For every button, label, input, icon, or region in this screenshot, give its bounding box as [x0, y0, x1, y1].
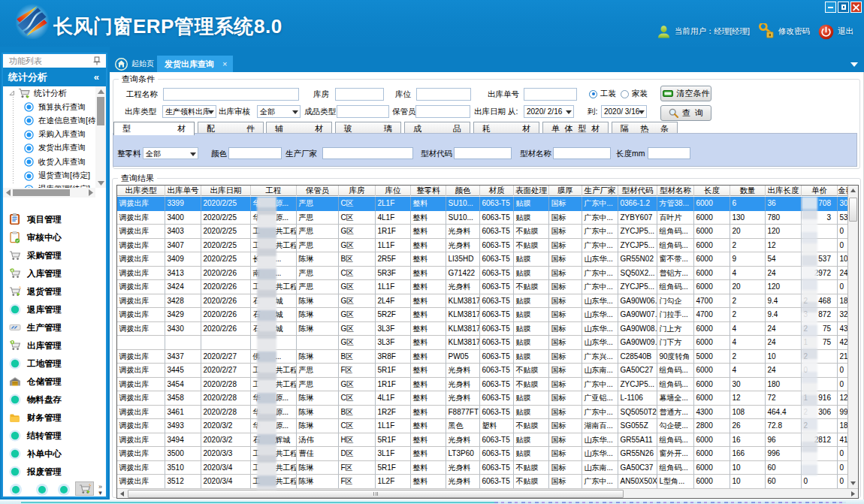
date-to-select[interactable]: 2020/ 3/16: [601, 105, 647, 118]
table-row[interactable]: 调拨出库35102020/3/4工共工程陈琳F区5R1F整料光身料6063-T5…: [117, 461, 850, 475]
column-header-film[interactable]: 膜厚: [549, 186, 582, 196]
table-row[interactable]: 调拨出库35002020/3/3工共工程曹佳D区3L1F整料LT3P606063…: [117, 447, 850, 461]
scroll-left-icon[interactable]: [4, 189, 12, 197]
scroll-right-icon[interactable]: [848, 489, 858, 498]
nav-dot-icon[interactable]: [12, 486, 20, 493]
table-row[interactable]: 调拨出库34942020/3/2石辉城汤伟H区5R1F整料光身料6063-T5贴…: [117, 433, 850, 448]
date-from-select[interactable]: 2020/ 2/16: [524, 105, 574, 118]
column-header-wh[interactable]: 库房: [339, 186, 376, 196]
table-row[interactable]: 调拨出库34092020/2/25长...陈琳B区2R5F整料LI35HD606…: [117, 252, 850, 267]
whole-part-select[interactable]: 全部: [143, 147, 198, 159]
column-header-date[interactable]: 出库日期: [201, 186, 251, 196]
column-header-keeper[interactable]: 保管员: [297, 186, 339, 196]
table-row[interactable]: 调拨出库34282020/2/26石城陈琳G区2L4F整料KLM38176063…: [117, 294, 850, 309]
dropdown-arrow-icon[interactable]: [292, 110, 298, 114]
grid-hscroll-thumb[interactable]: [128, 490, 624, 498]
dropdown-arrow-icon[interactable]: [566, 110, 572, 114]
tablist-dropdown-icon[interactable]: [850, 62, 858, 67]
order-no-input[interactable]: [524, 88, 577, 101]
sidebar-item-12[interactable]: 财务管理: [3, 409, 106, 427]
table-row[interactable]: 调拨出库34002020/2/25华原...严思C区4L1F整料SU10...6…: [117, 211, 850, 225]
product-type-input[interactable]: [337, 105, 389, 118]
color-input[interactable]: [228, 147, 282, 159]
collapse-icon[interactable]: «: [94, 68, 99, 86]
scroll-right-icon[interactable]: [86, 189, 95, 197]
tree-expander-icon[interactable]: [9, 90, 15, 96]
warehouse-input[interactable]: [335, 88, 384, 101]
column-header-type[interactable]: 出库类型: [117, 186, 165, 196]
out-type-select[interactable]: 生产领料出库: [162, 105, 216, 118]
radio-home-decoration[interactable]: 家装: [621, 89, 648, 99]
tree-item[interactable]: 在途信息查询[待: [24, 114, 95, 128]
table-row[interactable]: 调拨出库34542020/2/28工共工程严思G区1R1F整料光身料6063-T…: [117, 378, 850, 392]
grid-vscroll-thumb[interactable]: [849, 198, 857, 222]
table-row[interactable]: 调拨出库34932020/3/2华原...陈琳C区1L1F整料黑色塑料不贴膜国标…: [117, 419, 850, 433]
table-row[interactable]: 调拨出库34292020/2/26石城陈琳G区5R2F整料KLM38176063…: [117, 308, 850, 322]
scroll-down-icon[interactable]: [848, 478, 858, 488]
column-header-code[interactable]: 型材代码: [618, 186, 657, 196]
overflow-chevron-icon[interactable]: »▾: [95, 484, 105, 496]
column-header-len[interactable]: 长度: [694, 186, 730, 196]
sidebar-item-13[interactable]: 结转管理: [3, 427, 106, 445]
sidebar-item-6[interactable]: 退库管理: [3, 300, 106, 318]
column-header-name[interactable]: 型材名称: [657, 186, 694, 196]
tree-item[interactable]: 预算执行查询: [24, 101, 86, 114]
nav-dot-icon[interactable]: [60, 486, 68, 493]
nav-dot-icon[interactable]: [38, 486, 46, 493]
column-header-qty[interactable]: 数量: [730, 186, 766, 196]
maker-input[interactable]: [322, 147, 413, 159]
dropdown-arrow-icon[interactable]: [190, 152, 196, 156]
sidebar-item-15[interactable]: 报废管理: [3, 463, 106, 481]
sidebar-item-3[interactable]: 采购管理: [3, 246, 106, 264]
dropdown-arrow-icon[interactable]: [208, 110, 214, 114]
table-row[interactable]: 调拨出库34242020/2/26工共工程严思G区1L1F整料光身料6063-T…: [117, 280, 850, 294]
location-input[interactable]: [416, 88, 471, 101]
table-row[interactable]: 调拨出库34132020/2/26南...严思C区5R3F整料G71422606…: [117, 267, 850, 281]
tree-vscroll-thumb[interactable]: [97, 97, 104, 125]
table-row[interactable]: 调拨出库34582020/2/28华原...陈琳C区4L1F整料光身料6063-…: [117, 391, 850, 406]
column-header-whole[interactable]: 整零料: [411, 186, 446, 196]
grid-horizontal-scrollbar[interactable]: [117, 488, 858, 498]
profile-name-input[interactable]: [553, 147, 611, 159]
table-row[interactable]: 调拨出库34612020/2/28华原...陈琳B区1R2F整料F8877FT6…: [117, 406, 850, 420]
column-header-proj[interactable]: 工程: [251, 186, 297, 196]
tab-close-icon[interactable]: ×: [222, 59, 227, 68]
sidebar-item-7[interactable]: 生产管理: [3, 318, 106, 337]
scroll-up-icon[interactable]: [848, 186, 858, 195]
table-row[interactable]: 调拨出库34072020/2/25工共工程严思G区1L1F整料光身料6063-T…: [117, 239, 850, 253]
tree-hscroll-thumb[interactable]: [13, 189, 70, 196]
tree-item[interactable]: 采购入库查询: [24, 128, 86, 141]
sidebar-item-4[interactable]: 入库管理: [3, 264, 106, 282]
sidebar-item-5[interactable]: 退货管理: [3, 282, 106, 300]
column-header-price[interactable]: 单价: [802, 186, 838, 196]
table-row[interactable]: 调拨出库33992020/2/25华原...严思C区2L1F整料SU10...6…: [117, 197, 850, 211]
minimize-button[interactable]: [825, 2, 836, 13]
sidebar-item-10[interactable]: 仓储管理: [3, 373, 106, 391]
tree-item[interactable]: 发货出库查询: [24, 141, 86, 155]
keeper-input[interactable]: [415, 105, 470, 118]
column-header-mat[interactable]: 材质: [480, 186, 514, 196]
profile-code-input[interactable]: [454, 147, 512, 159]
length-input[interactable]: [648, 147, 690, 159]
sidebar-item-1[interactable]: 项目管理: [3, 210, 106, 228]
radio-work-decoration[interactable]: 工装: [589, 89, 616, 99]
column-header-surf[interactable]: 表面处理: [514, 186, 549, 196]
column-header-color[interactable]: 颜色: [446, 186, 480, 196]
column-header-outlen[interactable]: 出库长度: [766, 186, 802, 196]
change-password-label[interactable]: 修改密码: [778, 26, 810, 37]
tab-active[interactable]: 发货出库查询 ×: [157, 56, 233, 72]
sidebar-item-8[interactable]: 出库管理: [3, 337, 106, 355]
out-audit-select[interactable]: 全部: [257, 105, 301, 118]
grid-vertical-scrollbar[interactable]: [847, 186, 858, 488]
table-row[interactable]: 调拨出库34452020/2/27工共工程严思F区5R1F整料光身料6063-T…: [117, 364, 850, 378]
nav-cart-button[interactable]: [75, 481, 94, 496]
dropdown-arrow-icon[interactable]: [639, 110, 645, 114]
sidebar-item-2[interactable]: 审核中心: [3, 228, 106, 246]
table-row[interactable]: 调拨出库34372020/2/27佛...陈琳B区3R8F整料PW056063-…: [117, 350, 850, 364]
table-row[interactable]: 调拨出库35122020/3/4工共工程陈琳F区1L2F整料光身料6063-T5…: [117, 475, 850, 489]
table-row[interactable]: 调拨出库34032020/2/25工共工程严思G区1R1F整料光身料6063-T…: [117, 225, 850, 239]
column-header-no[interactable]: 出库单号: [165, 186, 201, 196]
tree-horizontal-scrollbar[interactable]: [3, 188, 95, 198]
project-name-input[interactable]: [163, 88, 299, 101]
search-button[interactable]: 查 询: [660, 105, 711, 121]
